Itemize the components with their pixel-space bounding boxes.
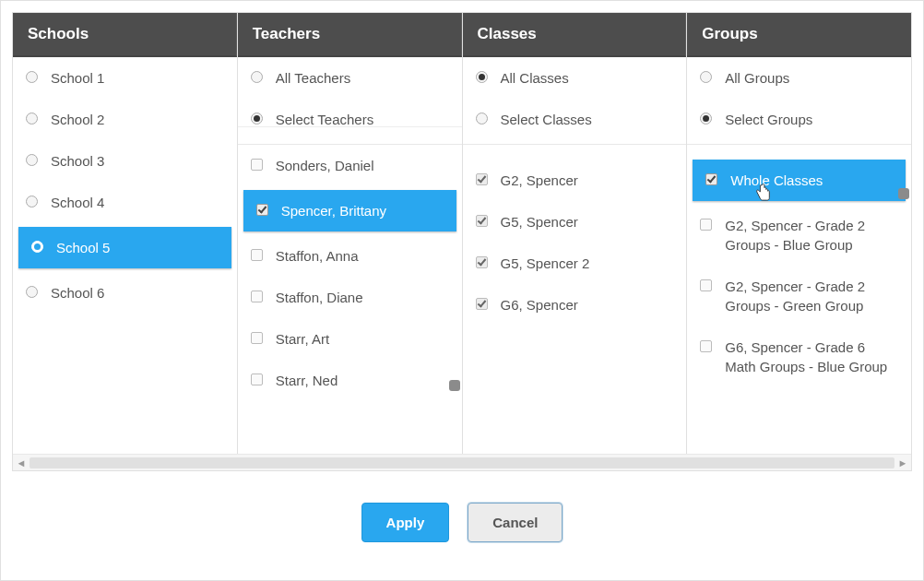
teachers-column: Teachers All Teachers Select Teachers (238, 13, 463, 454)
group-item-selected-wrap: Whole Classes (693, 160, 906, 201)
radio-icon (476, 113, 488, 125)
class-item[interactable]: G5, Spencer 2 (463, 243, 687, 284)
teachers-list: Smith, John Sonders, Daniel Spencer, Bri… (238, 126, 462, 401)
checkbox-icon (251, 159, 263, 171)
classes-mode-all[interactable]: All Classes (463, 57, 687, 99)
radio-icon (31, 241, 43, 253)
school-item[interactable]: School 6 (13, 272, 237, 314)
scrollbar-thumb[interactable] (449, 380, 460, 391)
scrollbar-thumb[interactable] (898, 188, 909, 199)
radio-icon (26, 71, 38, 83)
checkbox-icon (251, 249, 263, 261)
classes-column: Classes All Classes Select Classes (463, 13, 688, 454)
columns-row: Schools School 1 School 2 School 3 (13, 13, 911, 454)
teacher-item[interactable]: Sonders, Daniel (238, 145, 462, 186)
radio-icon (476, 71, 488, 83)
checkbox-icon (700, 279, 712, 291)
teacher-label: Starr, Ned (276, 371, 449, 390)
schools-header: Schools (13, 13, 237, 57)
checkbox-icon (476, 298, 488, 310)
groups-body: All Groups Select Groups Whole Classes (687, 57, 911, 454)
checkbox-icon (251, 374, 263, 385)
radio-icon (26, 154, 38, 166)
group-item[interactable]: Whole Classes (693, 160, 906, 201)
horizontal-scrollbar[interactable]: ◄ ► (13, 454, 911, 470)
teacher-item[interactable]: Staffon, Anna (238, 235, 462, 277)
class-item[interactable]: G2, Spencer (463, 160, 687, 201)
teacher-label: Staffon, Anna (276, 246, 449, 266)
class-label: G6, Spencer (501, 295, 674, 314)
classes-body: All Classes Select Classes G2, Spencer (463, 57, 687, 454)
school-label: School 3 (51, 151, 224, 171)
checkbox-icon (700, 340, 712, 352)
button-bar: Apply Cancel (12, 503, 912, 542)
school-item[interactable]: School 4 (13, 182, 237, 223)
checkbox-icon (251, 290, 263, 302)
apply-button[interactable]: Apply (361, 503, 450, 542)
radio-icon (251, 71, 263, 83)
group-label: G2, Spencer - Grade 2 Groups - Blue Grou… (725, 216, 898, 255)
class-item[interactable]: G6, Spencer (463, 284, 687, 326)
columns-panel: Schools School 1 School 2 School 3 (12, 12, 912, 471)
selector-dialog: Schools School 1 School 2 School 3 (0, 0, 924, 581)
class-item[interactable]: G5, Spencer (463, 201, 687, 243)
classes-header: Classes (463, 13, 687, 57)
teacher-item-partial[interactable]: Smith, John (238, 126, 462, 145)
radio-icon (26, 286, 38, 298)
group-label: G6, Spencer - Grade 6 Math Groups - Blue… (725, 338, 898, 376)
classes-mode-select[interactable]: Select Classes (463, 99, 687, 140)
group-item[interactable]: G2, Spencer - Grade 2 Groups - Green Gro… (687, 266, 911, 326)
groups-column: Groups All Groups Select Groups (687, 13, 911, 454)
teacher-item[interactable]: Starr, Ned (238, 360, 462, 401)
school-item-selected-wrap: School 5 (18, 227, 231, 268)
checkbox-icon (700, 219, 712, 231)
teacher-item[interactable]: Staffon, Diane (238, 277, 462, 318)
teacher-label: Starr, Art (276, 329, 449, 349)
checkbox-icon (251, 332, 263, 344)
school-label: School 5 (56, 238, 219, 257)
class-label: G5, Spencer 2 (501, 254, 674, 273)
class-label: G5, Spencer (501, 212, 674, 231)
school-item[interactable]: School 3 (13, 140, 237, 182)
checkbox-icon (476, 173, 488, 185)
mode-select-label: Select Groups (725, 110, 898, 129)
school-label: School 2 (51, 110, 224, 129)
group-item[interactable]: G2, Spencer - Grade 2 Groups - Blue Grou… (687, 205, 911, 266)
teacher-item-selected-wrap: Spencer, Brittany (243, 190, 456, 231)
groups-header: Groups (687, 13, 911, 57)
teacher-label: Smith, John (276, 126, 449, 130)
group-item[interactable]: G6, Spencer - Grade 6 Math Groups - Blue… (687, 326, 911, 387)
groups-mode-all[interactable]: All Groups (687, 57, 911, 99)
school-label: School 6 (51, 283, 224, 302)
schools-body: School 1 School 2 School 3 School 4 (13, 57, 237, 454)
radio-icon (26, 113, 38, 125)
scroll-left-icon[interactable]: ◄ (15, 456, 28, 469)
checkbox-icon (476, 256, 488, 268)
teachers-body: All Teachers Select Teachers Smith, John (238, 57, 462, 454)
group-label: Whole Classes (730, 171, 893, 190)
teacher-label: Staffon, Diane (276, 288, 449, 307)
checkbox-icon (705, 173, 717, 185)
school-item[interactable]: School 1 (13, 57, 237, 99)
mode-all-label: All Teachers (276, 68, 449, 88)
scrollbar-track[interactable] (30, 457, 894, 468)
radio-icon (251, 113, 263, 125)
school-item[interactable]: School 2 (13, 99, 237, 140)
teacher-label: Sonders, Daniel (276, 156, 449, 175)
teachers-mode-all[interactable]: All Teachers (238, 57, 462, 99)
teacher-item[interactable]: Starr, Art (238, 318, 462, 360)
groups-mode-select[interactable]: Select Groups (687, 99, 911, 140)
school-item[interactable]: School 5 (18, 227, 231, 268)
radio-icon (26, 196, 38, 208)
class-label: G2, Spencer (501, 171, 674, 190)
radio-icon (700, 71, 712, 83)
classes-mode-block: All Classes Select Classes (463, 57, 687, 145)
teacher-item[interactable]: Spencer, Brittany (243, 190, 456, 231)
mode-all-label: All Classes (501, 68, 674, 88)
schools-column: Schools School 1 School 2 School 3 (13, 13, 238, 454)
mode-all-label: All Groups (725, 68, 898, 88)
mode-select-label: Select Classes (501, 110, 674, 129)
cancel-button[interactable]: Cancel (468, 503, 563, 542)
scroll-right-icon[interactable]: ► (896, 456, 909, 469)
school-label: School 1 (51, 68, 224, 88)
